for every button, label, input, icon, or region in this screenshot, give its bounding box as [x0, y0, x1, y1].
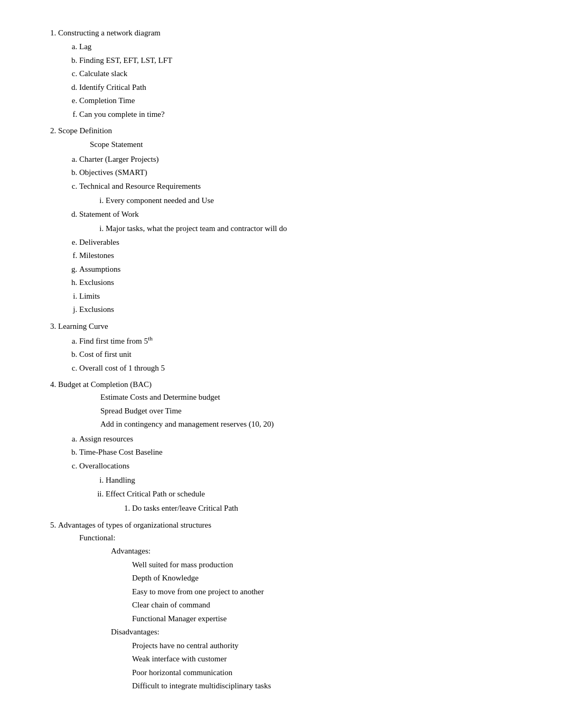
item1b-label: Finding EST, EFT, LST, LFT [79, 56, 172, 64]
item4b-label: Time-Phase Cost Baseline [79, 448, 163, 456]
adv-item-2: Depth of Knowledge [132, 572, 518, 585]
list-item-2e: Deliverables [79, 236, 518, 250]
item3-label: Learning Curve [58, 322, 108, 330]
functional-label: Functional: [79, 531, 518, 545]
list-item-4b: Time-Phase Cost Baseline [79, 446, 518, 459]
list-item-4cii1: Do tasks enter/leave Critical Path [132, 502, 518, 515]
item4-sub: Assign resources Time-Phase Cost Baselin… [58, 432, 518, 515]
advantages-items: Well suited for mass production Depth of… [79, 558, 518, 626]
item1-label: Constructing a network diagram [58, 29, 161, 37]
list-item-4a: Assign resources [79, 432, 518, 446]
list-item-5: Advantages of types of organizational st… [58, 519, 518, 693]
page-content: Constructing a network diagram Lag Findi… [42, 26, 518, 693]
list-item-3c: Overall cost of 1 through 5 [79, 362, 518, 375]
item3b-label: Cost of first unit [79, 350, 132, 358]
dis-item-2: Weak interface with customer [132, 652, 518, 666]
disadvantages-items: Projects have no central authority Weak … [79, 639, 518, 693]
item5-label: Advantages of types of organizational st… [58, 521, 211, 529]
list-item-2i: Limits [79, 290, 518, 303]
list-item-4c: Overallocations Handling Effect Critical… [79, 459, 518, 515]
item3-sub: Find first time from 5th Cost of first u… [58, 334, 518, 375]
list-item-2ci: Every component needed and Use [106, 194, 518, 208]
list-item-1a: Lag [79, 40, 518, 54]
disadvantages-label: Disadvantages: [79, 625, 518, 639]
list-item-2c: Technical and Resource Requirements Ever… [79, 180, 518, 208]
dis-item-3: Poor horizontal communication [132, 666, 518, 680]
dis-item-1: Projects have no central authority [132, 639, 518, 653]
functional-section: Functional: Advantages: Well suited for … [58, 531, 518, 693]
list-item-2d: Statement of Work Major tasks, what the … [79, 208, 518, 236]
list-item-1e: Completion Time [79, 94, 518, 108]
list-item-3: Learning Curve Find first time from 5th … [58, 320, 518, 375]
item4ci-label: Handling [106, 476, 135, 484]
list-item-2j: Exclusions [79, 303, 518, 317]
list-item-3a: Find first time from 5th [79, 334, 518, 348]
list-item-1f: Can you complete in time? [79, 108, 518, 122]
item2f-label: Milestones [79, 251, 114, 260]
bac-line-2: Spread Budget over Time [100, 404, 518, 418]
item3c-label: Overall cost of 1 through 5 [79, 364, 165, 372]
list-item-2di: Major tasks, what the project team and c… [106, 222, 518, 236]
item4cii-sub: Do tasks enter/leave Critical Path [106, 502, 518, 515]
item4-label: Budget at Completion (BAC) [58, 380, 152, 389]
list-item-2b: Objectives (SMART) [79, 166, 518, 180]
list-item-3b: Cost of first unit [79, 348, 518, 362]
item2d-sub: Major tasks, what the project team and c… [79, 222, 518, 236]
item4a-label: Assign resources [79, 435, 133, 443]
adv-item-4: Clear chain of command [132, 598, 518, 612]
list-item-2g: Assumptions [79, 263, 518, 277]
main-outline: Constructing a network diagram Lag Findi… [42, 26, 518, 693]
item2c-sub: Every component needed and Use [79, 194, 518, 208]
superscript-th: th [148, 335, 153, 342]
item2di-label: Major tasks, what the project team and c… [106, 224, 287, 233]
item2g-label: Assumptions [79, 265, 120, 273]
item1d-label: Identify Critical Path [79, 83, 146, 91]
bac-line-3: Add in contingency and management reserv… [100, 418, 518, 431]
item1a-label: Lag [79, 42, 91, 51]
item4c-label: Overallocations [79, 462, 129, 470]
bac-sub-lines: Estimate Costs and Determine budget Spre… [58, 391, 518, 431]
scope-statement: Scope Statement [58, 138, 518, 152]
item1-sub: Lag Finding EST, EFT, LST, LFT Calculate… [58, 40, 518, 121]
list-item-4: Budget at Completion (BAC) Estimate Cost… [58, 378, 518, 515]
item2-label: Scope Definition [58, 126, 112, 135]
adv-item-1: Well suited for mass production [132, 558, 518, 572]
item4cii-label: Effect Critical Path or schedule [106, 490, 205, 498]
item2i-label: Limits [79, 292, 100, 300]
adv-item-5: Functional Manager expertise [132, 612, 518, 626]
item1f-label: Can you complete in time? [79, 110, 165, 118]
item2j-label: Exclusions [79, 305, 114, 314]
item1c-label: Calculate slack [79, 69, 127, 78]
item2h-label: Exclusions [79, 278, 114, 287]
item3a-label: Find first time from 5th [79, 337, 153, 345]
item4cii1-label: Do tasks enter/leave Critical Path [132, 504, 238, 512]
list-item-2: Scope Definition Scope Statement Charter… [58, 124, 518, 317]
list-item-1: Constructing a network diagram Lag Findi… [58, 26, 518, 121]
list-item-4cii: Effect Critical Path or schedule Do task… [106, 487, 518, 515]
list-item-1b: Finding EST, EFT, LST, LFT [79, 54, 518, 68]
item2e-label: Deliverables [79, 238, 119, 246]
item2b-label: Objectives (SMART) [79, 168, 147, 177]
list-item-2f: Milestones [79, 249, 518, 263]
item2-sub: Charter (Larger Projects) Objectives (SM… [58, 153, 518, 317]
list-item-2a: Charter (Larger Projects) [79, 153, 518, 167]
list-item-1d: Identify Critical Path [79, 81, 518, 95]
list-item-4ci: Handling [106, 474, 518, 487]
list-item-2h: Exclusions [79, 276, 518, 290]
item2c-label: Technical and Resource Requirements [79, 182, 201, 190]
dis-item-4: Difficult to integrate multidisciplinary… [132, 679, 518, 693]
advantages-label: Advantages: [79, 545, 518, 558]
item1e-label: Completion Time [79, 96, 135, 105]
item4c-sub: Handling Effect Critical Path or schedul… [79, 474, 518, 515]
item2a-label: Charter (Larger Projects) [79, 155, 159, 163]
bac-line-1: Estimate Costs and Determine budget [100, 391, 518, 404]
list-item-1c: Calculate slack [79, 67, 518, 81]
item2d-label: Statement of Work [79, 210, 139, 218]
adv-item-3: Easy to move from one project to another [132, 585, 518, 599]
item2ci-label: Every component needed and Use [106, 196, 214, 205]
